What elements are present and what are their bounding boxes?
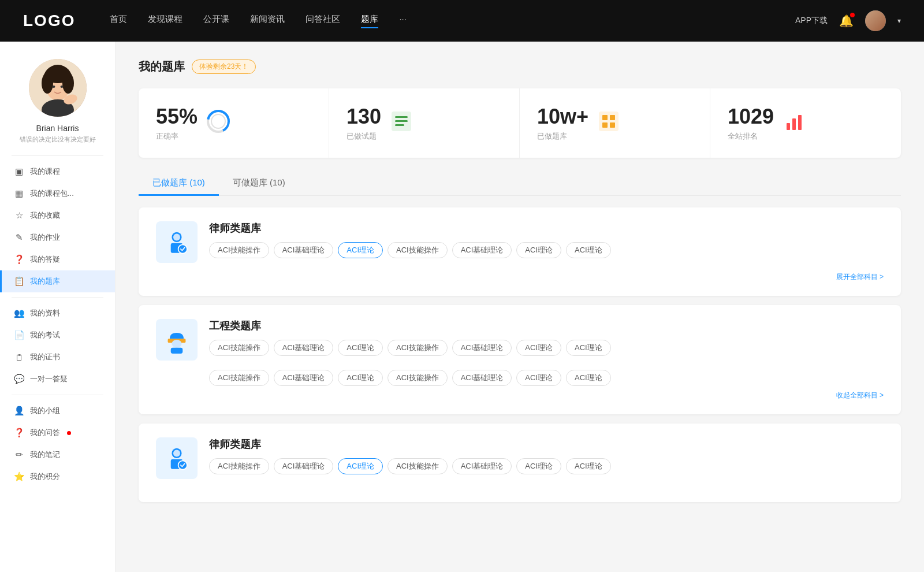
tag-2r2-5[interactable]: ACI基础理论	[452, 370, 512, 386]
tab-available-banks[interactable]: 可做题库 (10)	[219, 172, 299, 196]
tag-3-5[interactable]: ACI基础理论	[452, 458, 512, 474]
stat-accuracy-label: 正确率	[156, 131, 198, 142]
tag-1-7[interactable]: ACI理论	[566, 242, 611, 258]
qbank-card-header-3: 律师类题库 ACI技能操作 ACI基础理论 ACI理论 ACI技能操作 ACI基…	[156, 437, 884, 479]
stat-ranking-label: 全站排名	[728, 131, 774, 142]
sidebar-divider	[12, 155, 103, 156]
expand-link-1[interactable]: 展开全部科目 >	[156, 272, 884, 282]
sidebar-item-points[interactable]: ⭐ 我的积分	[0, 466, 115, 488]
tag-1-3[interactable]: ACI理论	[338, 242, 383, 258]
stat-ranking: 1029 全站排名	[710, 88, 901, 158]
sidebar-label-profile: 我的资料	[30, 308, 60, 318]
app-download-button[interactable]: APP下载	[795, 16, 828, 26]
tag-3-3[interactable]: ACI理论	[338, 458, 383, 474]
tag-1-5[interactable]: ACI基础理论	[452, 242, 512, 258]
nav-more[interactable]: ···	[399, 14, 407, 28]
tag-2-5[interactable]: ACI基础理论	[452, 340, 512, 356]
sidebar-label-tutor: 一对一答疑	[30, 374, 68, 384]
qbank-title-2: 工程类题库	[209, 319, 884, 333]
svg-point-31	[172, 340, 181, 348]
svg-rect-19	[602, 115, 608, 120]
tag-1-4[interactable]: ACI技能操作	[388, 242, 448, 258]
tutor-icon: 💬	[14, 374, 24, 384]
sidebar-item-my-qa[interactable]: ❓ 我的问答	[0, 422, 115, 444]
tag-3-6[interactable]: ACI理论	[516, 458, 561, 474]
sidebar-label-group: 我的小组	[30, 406, 60, 416]
sidebar-item-group[interactable]: 👤 我的小组	[0, 400, 115, 422]
sidebar-avatar	[29, 59, 87, 117]
tag-2-6[interactable]: ACI理论	[516, 340, 561, 356]
svg-point-29	[178, 244, 187, 253]
sidebar-item-homework[interactable]: ✎ 我的作业	[0, 226, 115, 248]
nav-home[interactable]: 首页	[110, 14, 127, 28]
tag-1-2[interactable]: ACI基础理论	[274, 242, 334, 258]
qa-icon: ❓	[14, 428, 24, 438]
avatar[interactable]	[865, 10, 886, 31]
tag-2r2-2[interactable]: ACI基础理论	[274, 370, 334, 386]
nav-opencourse[interactable]: 公开课	[203, 14, 229, 28]
points-icon: ⭐	[14, 471, 24, 482]
svg-rect-22	[610, 122, 615, 128]
sidebar-item-exam[interactable]: 📄 我的考试	[0, 324, 115, 346]
tag-2r2-6[interactable]: ACI理论	[516, 370, 561, 386]
sidebar-item-notes[interactable]: ✏ 我的笔记	[0, 444, 115, 466]
tag-3-1[interactable]: ACI技能操作	[209, 458, 269, 474]
homework-icon: ✎	[14, 232, 24, 243]
star-icon: ☆	[14, 210, 24, 221]
collapse-link-2[interactable]: 收起全部科目 >	[156, 391, 884, 400]
sidebar-divider2	[12, 297, 103, 298]
ranking-icon	[783, 110, 805, 136]
svg-point-9	[60, 86, 63, 88]
stat-done-questions-text: 130 已做试题	[346, 105, 381, 142]
svg-rect-21	[602, 122, 608, 128]
stat-done-banks: 10w+ 已做题库	[520, 88, 710, 158]
nav-discover[interactable]: 发现课程	[148, 14, 182, 28]
sidebar: Brian Harris 错误的决定比没有决定要好 ▣ 我的课程 ▦ 我的课程包…	[0, 42, 116, 572]
tag-1-1[interactable]: ACI技能操作	[209, 242, 269, 258]
tag-3-4[interactable]: ACI技能操作	[388, 458, 448, 474]
nav-qbank[interactable]: 题库	[361, 14, 378, 28]
tags-row-3: ACI技能操作 ACI基础理论 ACI理论 ACI技能操作 ACI基础理论 AC…	[209, 458, 884, 474]
done-questions-icon	[390, 110, 412, 136]
tag-2-4[interactable]: ACI技能操作	[388, 340, 448, 356]
document-icon: ▣	[14, 166, 24, 177]
sidebar-item-course-package[interactable]: ▦ 我的课程包...	[0, 183, 115, 205]
tags-row-1: ACI技能操作 ACI基础理论 ACI理论 ACI技能操作 ACI基础理论 AC…	[209, 242, 884, 258]
nav-news[interactable]: 新闻资讯	[250, 14, 285, 28]
qbank-card-1-content: 律师类题库 ACI技能操作 ACI基础理论 ACI理论 ACI技能操作 ACI基…	[209, 221, 884, 258]
sidebar-item-tutor[interactable]: 💬 一对一答疑	[0, 368, 115, 390]
qbank-card-3-content: 律师类题库 ACI技能操作 ACI基础理论 ACI理论 ACI技能操作 ACI基…	[209, 437, 884, 474]
sidebar-item-profile[interactable]: 👥 我的资料	[0, 302, 115, 324]
tag-2-7[interactable]: ACI理论	[566, 340, 611, 356]
notes-icon: ✏	[14, 450, 24, 460]
tag-2-3[interactable]: ACI理论	[338, 340, 383, 356]
stats-grid: 55% 正确率 130 已做试题	[139, 88, 901, 158]
accuracy-chart-icon	[207, 110, 230, 137]
tag-2-2[interactable]: ACI基础理论	[274, 340, 334, 356]
tag-3-7[interactable]: ACI理论	[566, 458, 611, 474]
sidebar-item-qbank[interactable]: 📋 我的题库	[0, 270, 115, 292]
stat-ranking-text: 1029 全站排名	[728, 105, 774, 142]
notification-bell[interactable]: 🔔	[839, 14, 854, 28]
tag-1-6[interactable]: ACI理论	[516, 242, 561, 258]
tag-2r2-4[interactable]: ACI技能操作	[388, 370, 448, 386]
sidebar-item-favorites[interactable]: ☆ 我的收藏	[0, 205, 115, 226]
svg-rect-17	[395, 124, 404, 126]
sidebar-item-certificate[interactable]: 🗒 我的证书	[0, 346, 115, 368]
tag-2r2-1[interactable]: ACI技能操作	[209, 370, 269, 386]
stat-done-questions-value: 130	[346, 105, 381, 129]
svg-rect-25	[798, 115, 802, 130]
avatar-dropdown-arrow[interactable]: ▾	[897, 17, 901, 25]
tag-2r2-3[interactable]: ACI理论	[338, 370, 383, 386]
sidebar-item-questions[interactable]: ❓ 我的答疑	[0, 248, 115, 270]
qbank-card-header-2: 工程类题库 ACI技能操作 ACI基础理论 ACI理论 ACI技能操作 ACI基…	[156, 319, 884, 361]
tag-2-1[interactable]: ACI技能操作	[209, 340, 269, 356]
qbank-title-3: 律师类题库	[209, 437, 884, 451]
tag-2r2-7[interactable]: ACI理论	[566, 370, 611, 386]
sidebar-label-my-qa: 我的问答	[30, 428, 60, 438]
tag-3-2[interactable]: ACI基础理论	[274, 458, 334, 474]
tab-done-banks[interactable]: 已做题库 (10)	[139, 172, 219, 196]
sidebar-item-my-course[interactable]: ▣ 我的课程	[0, 161, 115, 183]
svg-point-35	[173, 450, 180, 456]
nav-qa[interactable]: 问答社区	[305, 14, 340, 28]
